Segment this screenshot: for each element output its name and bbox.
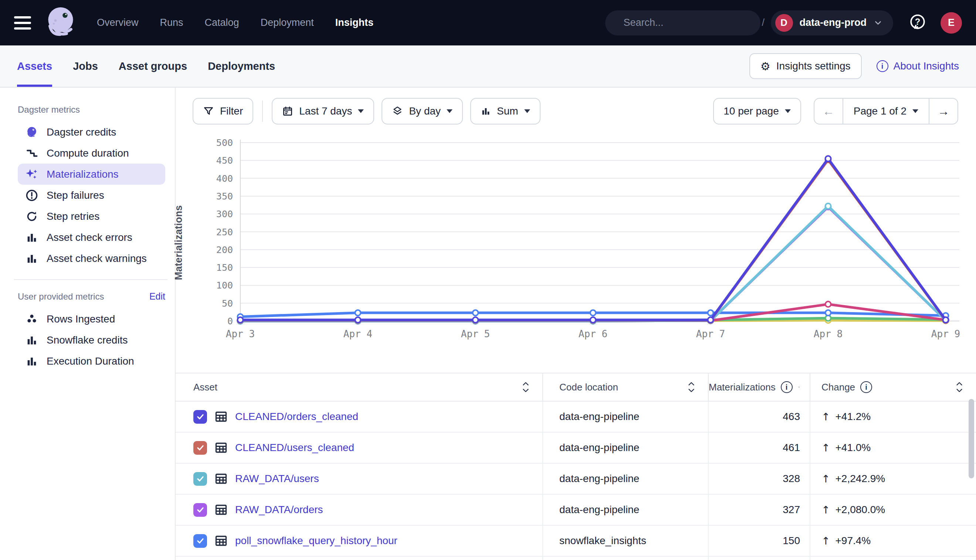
calendar-icon bbox=[282, 106, 293, 117]
date-range-label: Last 7 days bbox=[299, 105, 352, 117]
header-materializations[interactable]: Materializations i bbox=[709, 373, 811, 401]
svg-text:Apr 7: Apr 7 bbox=[696, 328, 725, 340]
metrics-sidebar: Dagster metrics Dagster credits Compute … bbox=[0, 88, 175, 560]
sort-icon[interactable] bbox=[687, 381, 695, 393]
series-checkbox[interactable] bbox=[193, 441, 207, 455]
gear-icon: ⚙ bbox=[760, 60, 770, 73]
series-checkbox[interactable] bbox=[193, 503, 207, 517]
sidebar-item-label: Step retries bbox=[47, 210, 99, 222]
sort-icon[interactable] bbox=[521, 381, 530, 393]
sidebar-item-materializations[interactable]: Materializations bbox=[18, 163, 165, 185]
help-button[interactable]: ? bbox=[908, 13, 927, 33]
trend-up-icon: ↑ bbox=[821, 504, 830, 516]
info-icon[interactable]: i bbox=[781, 381, 793, 393]
change-value: +41.2% bbox=[835, 411, 871, 423]
sidebar-item-execution-duration[interactable]: Execution Duration bbox=[18, 350, 165, 372]
svg-text:150: 150 bbox=[216, 262, 233, 273]
user-metrics-label: User provided metrics bbox=[18, 292, 104, 302]
code-location-value: data-eng-pipeline bbox=[559, 411, 639, 423]
chevron-down-icon bbox=[798, 383, 800, 392]
page-scrollbar[interactable] bbox=[969, 399, 974, 478]
global-search[interactable]: / bbox=[605, 10, 760, 35]
about-insights-link[interactable]: i About Insights bbox=[877, 60, 959, 72]
series-checkbox[interactable] bbox=[193, 534, 207, 548]
sidebar-item-asset-check-warnings[interactable]: Asset check warnings bbox=[18, 248, 165, 269]
filter-button[interactable]: Filter bbox=[192, 98, 253, 125]
change-value: +97.4% bbox=[835, 535, 871, 547]
header-asset[interactable]: Asset bbox=[175, 373, 543, 401]
bar-chart-icon bbox=[24, 355, 39, 368]
info-icon[interactable]: i bbox=[860, 381, 872, 393]
tab-asset-groups[interactable]: Asset groups bbox=[119, 45, 187, 87]
asset-link[interactable]: CLEANED/orders_cleaned bbox=[235, 411, 358, 423]
refresh-icon bbox=[24, 210, 39, 223]
sidebar-item-snowflake-credits[interactable]: Snowflake credits bbox=[18, 330, 165, 350]
deployment-switcher[interactable]: D data-eng-prod bbox=[771, 10, 894, 35]
per-page-dropdown[interactable]: 10 per page bbox=[713, 98, 801, 125]
insights-settings-button[interactable]: ⚙ Insights settings bbox=[749, 53, 862, 79]
code-location-value: data-eng-pipeline bbox=[559, 473, 639, 485]
nav-insights[interactable]: Insights bbox=[335, 17, 374, 28]
svg-text:200: 200 bbox=[216, 245, 233, 255]
nav-overview[interactable]: Overview bbox=[97, 17, 139, 28]
granularity-dropdown[interactable]: By day bbox=[381, 98, 463, 125]
user-avatar[interactable]: E bbox=[941, 12, 962, 33]
asset-link[interactable]: RAW_DATA/users bbox=[235, 473, 319, 485]
arrow-right-icon: → bbox=[938, 105, 949, 118]
sidebar-item-rows-ingested[interactable]: Rows Ingested bbox=[18, 308, 165, 330]
edit-metrics-link[interactable]: Edit bbox=[149, 291, 165, 302]
column-label: Change bbox=[821, 382, 855, 393]
svg-text:Apr 6: Apr 6 bbox=[578, 328, 607, 340]
sidebar-item-label: Asset check warnings bbox=[47, 253, 147, 265]
series-checkbox[interactable] bbox=[193, 472, 207, 486]
sidebar-item-dagster-credits[interactable]: Dagster credits bbox=[18, 122, 165, 143]
tab-assets[interactable]: Assets bbox=[17, 45, 52, 87]
nav-catalog[interactable]: Catalog bbox=[205, 17, 239, 28]
table-grid-icon bbox=[214, 534, 228, 547]
search-input[interactable] bbox=[624, 17, 755, 28]
sidebar-item-compute-duration[interactable]: Compute duration bbox=[18, 143, 165, 163]
bar-chart-icon bbox=[24, 231, 39, 244]
page-select-dropdown[interactable]: Page 1 of 2 bbox=[843, 98, 929, 124]
sidebar-item-step-retries[interactable]: Step retries bbox=[18, 206, 165, 227]
series-checkbox[interactable] bbox=[193, 410, 207, 424]
asset-link[interactable]: poll_snowflake_query_history_hour bbox=[235, 535, 398, 547]
svg-text:Apr 9: Apr 9 bbox=[931, 328, 960, 340]
sidebar-item-label: Rows Ingested bbox=[47, 313, 115, 325]
tab-jobs[interactable]: Jobs bbox=[73, 45, 98, 87]
header-code-location[interactable]: Code location bbox=[543, 373, 709, 401]
line-chart[interactable]: 050100150200250300350400450500Apr 3Apr 4… bbox=[175, 132, 976, 350]
steps-icon bbox=[24, 147, 39, 160]
table-row: poll_snowflake_query_history_hour snowfl… bbox=[175, 526, 976, 557]
trend-up-icon: ↑ bbox=[821, 442, 830, 454]
materializations-chart: Materializations 05010015020025030035040… bbox=[175, 132, 976, 350]
hamburger-menu-icon[interactable] bbox=[14, 16, 31, 30]
aggregation-dropdown[interactable]: Sum bbox=[470, 98, 540, 125]
nav-runs[interactable]: Runs bbox=[160, 17, 183, 28]
sidebar-item-label: Step failures bbox=[47, 190, 104, 201]
sort-icon[interactable] bbox=[955, 381, 963, 393]
svg-text:450: 450 bbox=[216, 155, 233, 166]
asset-link[interactable]: CLEANED/users_cleaned bbox=[235, 442, 354, 453]
sidebar-item-step-failures[interactable]: Step failures bbox=[18, 185, 165, 206]
tab-deployments[interactable]: Deployments bbox=[208, 45, 275, 87]
nav-deployment[interactable]: Deployment bbox=[261, 17, 314, 28]
asset-link[interactable]: RAW_DATA/orders bbox=[235, 504, 323, 516]
prev-page-button[interactable]: ← bbox=[814, 98, 843, 124]
header-change[interactable]: Change i bbox=[811, 373, 976, 401]
svg-text:500: 500 bbox=[216, 137, 233, 148]
code-location-value: data-eng-pipeline bbox=[559, 504, 639, 516]
sidebar-item-label: Execution Duration bbox=[47, 355, 134, 367]
sidebar-item-asset-check-errors[interactable]: Asset check errors bbox=[18, 227, 165, 248]
sparkles-icon bbox=[24, 167, 39, 182]
next-page-button[interactable]: → bbox=[929, 98, 958, 124]
date-range-dropdown[interactable]: Last 7 days bbox=[272, 98, 374, 125]
deployment-badge: D bbox=[775, 14, 793, 32]
main-content: Filter Last 7 days By day bbox=[175, 88, 976, 560]
svg-text:100: 100 bbox=[216, 280, 233, 291]
per-page-label: 10 per page bbox=[724, 105, 779, 117]
chart-y-axis-label: Materializations bbox=[173, 205, 184, 280]
bar-chart-icon bbox=[24, 334, 39, 347]
bar-chart-icon bbox=[481, 106, 491, 117]
materializations-value: 150 bbox=[783, 535, 800, 547]
